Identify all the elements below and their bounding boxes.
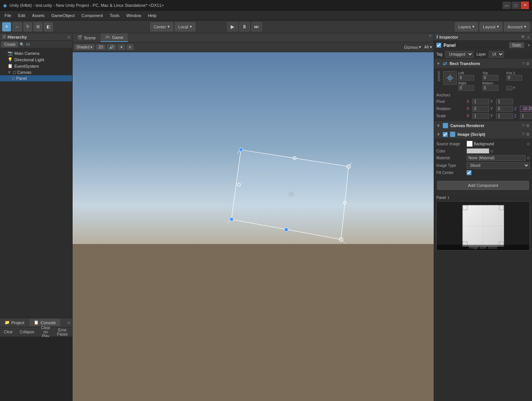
clear-button[interactable]: Clear	[2, 330, 15, 334]
hierarchy-menu-icon[interactable]: ≡	[68, 35, 70, 39]
hierarchy-create-btn[interactable]: Create	[2, 42, 18, 47]
step-button[interactable]: ⏭	[251, 22, 262, 31]
color-row: Color ⊙	[436, 148, 530, 154]
pivot-x-input[interactable]	[472, 99, 489, 104]
inspector-close-icon[interactable]: ✕	[521, 34, 524, 39]
color-picker-btn[interactable]: ⊙	[490, 149, 493, 153]
hierarchy-title: Hierarchy	[8, 35, 27, 39]
tool-rect[interactable]: ◧	[44, 22, 53, 31]
rot-x-input[interactable]	[472, 106, 489, 112]
menu-edit[interactable]: Edit	[15, 12, 28, 19]
image-script-header[interactable]: ▼ Image (Script) ? ⚙	[434, 130, 532, 138]
menu-help[interactable]: Help	[145, 12, 160, 19]
rb-button[interactable]: ...	[506, 86, 512, 90]
rot-z-input[interactable]	[520, 106, 532, 112]
pivot-dropdown[interactable]: Center ▾	[150, 22, 173, 31]
image-help-icon[interactable]: ?	[522, 132, 524, 137]
rect-transform-header[interactable]: ▼ ⇄ Rect Transform ? ⚙	[434, 59, 532, 68]
right-input[interactable]	[458, 85, 474, 91]
bottom-input[interactable]	[482, 85, 498, 91]
top-input[interactable]	[482, 75, 498, 81]
scene-menu-icon[interactable]: ≡	[429, 33, 434, 42]
tool-scale[interactable]: ⊞	[34, 22, 42, 31]
scale-z-input[interactable]	[520, 113, 532, 119]
scale-y-input[interactable]	[496, 113, 513, 119]
image-expand-icon: ▼	[436, 132, 440, 137]
material-picker[interactable]: ⊙	[527, 156, 530, 160]
menu-tools[interactable]: Tools	[107, 12, 123, 19]
layout-dropdown[interactable]: Layout ▾	[479, 22, 503, 31]
menu-bar: File Edit Assets GameObject Component To…	[0, 11, 532, 20]
title-bar: ◈ Unity (64bit) - test.unity - New Unity…	[0, 0, 532, 11]
image-type-select[interactable]: Sliced	[467, 162, 530, 169]
menu-gameobject[interactable]: GameObject	[48, 12, 78, 19]
color-swatch[interactable]	[467, 148, 489, 154]
menu-assets[interactable]: Assets	[29, 12, 48, 19]
project-tab[interactable]: 📁 Project	[0, 319, 29, 326]
close-button[interactable]: ✕	[521, 2, 529, 9]
pivot-y-input[interactable]	[496, 99, 513, 104]
anchor-widget[interactable]	[443, 71, 457, 85]
maximize-button[interactable]: □	[512, 2, 520, 9]
audio-toggle[interactable]: 🔊	[107, 44, 116, 50]
hierarchy-item-event-system[interactable]: 📋 EventSystem	[0, 63, 72, 69]
error-pause-button[interactable]: Error Pause	[55, 328, 70, 337]
shading-dropdown[interactable]: Shaded ▾	[74, 44, 95, 50]
menu-file[interactable]: File	[2, 12, 14, 19]
tool-move[interactable]: ↔	[12, 22, 22, 31]
hierarchy-item-panel[interactable]: □ Panel	[0, 75, 72, 81]
layer-dropdown[interactable]: UI	[489, 51, 504, 58]
menu-window[interactable]: Window	[123, 12, 144, 19]
menu-component[interactable]: Component	[78, 12, 106, 19]
game-label: Game	[112, 35, 123, 40]
game-tab[interactable]: 🎮 Game	[101, 33, 128, 42]
posz-input[interactable]	[506, 75, 522, 81]
scene-tab[interactable]: 🎬 Scene	[73, 33, 101, 42]
clear-on-play-button[interactable]: Clear on Play	[39, 325, 53, 339]
inspector-menu-icon[interactable]: ≡	[527, 35, 530, 39]
account-dropdown[interactable]: Account ▾	[504, 22, 530, 31]
canvas-renderer-header[interactable]: ▼ Canvas Renderer ? ⚙	[434, 121, 532, 130]
canvas-renderer-help-icon[interactable]: ?	[522, 123, 524, 128]
mode-dropdown[interactable]: Local ▾	[175, 22, 195, 31]
image-type-field: Sliced	[467, 162, 530, 169]
gizmos-dropdown[interactable]: Gizmos ▾	[404, 45, 421, 50]
scene-view[interactable]	[73, 52, 434, 401]
2d-toggle[interactable]: 2D	[96, 44, 105, 50]
object-active-checkbox[interactable]	[436, 43, 441, 48]
static-arrow[interactable]: ▾	[528, 43, 530, 47]
image-enabled-checkbox[interactable]	[443, 132, 448, 137]
rot-y-input[interactable]	[496, 106, 513, 112]
source-image-picker[interactable]: ⊙	[527, 142, 530, 146]
hierarchy-icon: ☰	[2, 34, 6, 39]
hierarchy-item-canvas[interactable]: ▼ □ Canvas	[0, 69, 72, 75]
rect-transform-gear-icon[interactable]: ⚙	[526, 61, 530, 66]
play-button[interactable]: ▶	[227, 22, 238, 31]
static-button[interactable]: Static	[509, 42, 524, 48]
tool-hand[interactable]: ✥	[2, 22, 11, 31]
tag-dropdown[interactable]: Untagged	[445, 51, 473, 58]
hierarchy-item-main-camera[interactable]: 📷 Main Camera	[0, 50, 72, 56]
scene-menu-btn[interactable]: ≡	[127, 44, 133, 50]
rect-transform-expand-icon: ▼	[436, 61, 440, 66]
scale-x-input[interactable]	[472, 113, 489, 119]
left-input[interactable]	[458, 75, 474, 81]
layers-dropdown[interactable]: Layers ▾	[455, 22, 478, 31]
rect-transform-help-icon[interactable]: ?	[522, 61, 524, 66]
hierarchy-tree: 📷 Main Camera 💡 Directional Light 📋 Even…	[0, 48, 72, 185]
effects-toggle[interactable]: ✦	[118, 44, 125, 50]
pause-button[interactable]: ⏸	[239, 22, 250, 31]
console-menu-icon[interactable]: ≡	[68, 320, 72, 325]
minimize-button[interactable]: —	[503, 2, 511, 9]
all-dropdown[interactable]: All ▾	[424, 45, 432, 50]
collapse-button[interactable]: Collapse	[17, 330, 37, 334]
tool-rotate[interactable]: ↻	[23, 22, 32, 31]
image-gear-icon[interactable]: ⚙	[526, 132, 530, 137]
canvas-renderer-gear-icon[interactable]: ⚙	[526, 123, 530, 128]
add-component-button[interactable]: Add Component	[437, 181, 529, 190]
hierarchy-item-directional-light[interactable]: 💡 Directional Light	[0, 56, 72, 63]
fill-center-checkbox[interactable]	[467, 170, 472, 175]
console-icon: 📋	[34, 320, 39, 325]
material-input[interactable]	[467, 155, 526, 161]
scale-row: Scale X Y Z	[436, 112, 530, 120]
